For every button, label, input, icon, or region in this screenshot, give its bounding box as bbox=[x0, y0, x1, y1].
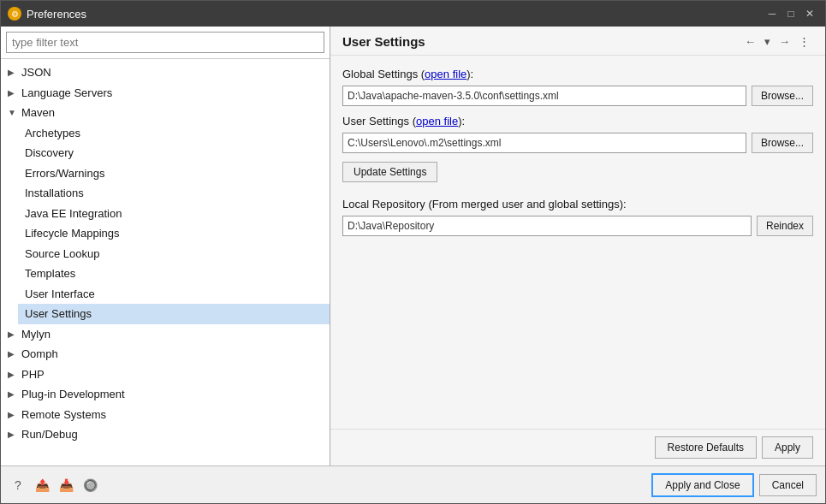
app-icon: ⚙ bbox=[8, 7, 21, 21]
tree-item-source-lookup[interactable]: Source Lookup bbox=[18, 244, 330, 264]
arrow-icon: ▶ bbox=[8, 368, 18, 381]
tree-item-label: Installations bbox=[25, 185, 84, 202]
back-button[interactable]: ← bbox=[741, 33, 759, 50]
filter-box bbox=[1, 27, 330, 59]
maximize-button[interactable]: □ bbox=[782, 5, 799, 22]
bottom-icons: ? 📤 📥 🔘 bbox=[9, 477, 98, 494]
tree-item-mylyn[interactable]: ▶ Mylyn bbox=[1, 324, 330, 345]
tree-item-json[interactable]: ▶ JSON bbox=[1, 62, 330, 83]
local-repo-input[interactable] bbox=[342, 216, 752, 236]
apply-and-close-button[interactable]: Apply and Close bbox=[651, 473, 753, 497]
menu-button[interactable]: ⋮ bbox=[795, 33, 813, 50]
title-bar: ⚙ Preferences ─ □ ✕ bbox=[1, 1, 825, 27]
update-settings-button[interactable]: Update Settings bbox=[342, 162, 437, 182]
tree-item-archetypes[interactable]: Archetypes bbox=[18, 123, 330, 144]
tree-item-installations[interactable]: Installations bbox=[18, 183, 330, 204]
tree-item-label: Oomph bbox=[21, 346, 58, 363]
tree-item-lifecycle-mappings[interactable]: Lifecycle Mappings bbox=[18, 223, 330, 244]
tree-item-label: Templates bbox=[25, 265, 75, 282]
window-title: Preferences bbox=[27, 8, 764, 21]
tree-item-label: Mylyn bbox=[21, 326, 51, 343]
window-controls: ─ □ ✕ bbox=[764, 5, 818, 22]
arrow-icon: ▶ bbox=[8, 388, 18, 400]
user-settings-row: Browse... bbox=[342, 133, 813, 153]
spacer bbox=[342, 245, 813, 296]
tree-item-language-servers[interactable]: ▶ Language Servers bbox=[1, 83, 330, 104]
tree-item-errors-warnings[interactable]: Errors/Warnings bbox=[18, 163, 330, 184]
tree-item-label: Archetypes bbox=[25, 125, 80, 142]
reindex-button[interactable]: Reindex bbox=[757, 216, 813, 236]
tree-item-user-interface[interactable]: User Interface bbox=[18, 284, 330, 305]
bottom-bar: ? 📤 📥 🔘 Apply and Close Cancel bbox=[1, 465, 825, 503]
tree-item-discovery[interactable]: Discovery bbox=[18, 143, 330, 163]
tree-item-label: Remote Systems bbox=[21, 406, 106, 424]
right-content: Global Settings (open file): Browse... U… bbox=[330, 56, 825, 429]
minimize-button[interactable]: ─ bbox=[764, 5, 781, 22]
cancel-button[interactable]: Cancel bbox=[759, 474, 817, 496]
tree-item-label: Errors/Warnings bbox=[25, 165, 104, 182]
tree-item-maven[interactable]: ▼ Maven bbox=[1, 103, 330, 123]
bottom-actions: Apply and Close Cancel bbox=[651, 473, 817, 497]
tree-item-label: Lifecycle Mappings bbox=[25, 225, 120, 242]
main-area: ▶ JSON ▶ Language Servers ▼ Maven Archet… bbox=[1, 27, 825, 465]
header-icons: ← ▾ → ⋮ bbox=[741, 33, 813, 50]
user-settings-link[interactable]: open file bbox=[416, 115, 458, 127]
tree-item-label: Language Servers bbox=[21, 85, 112, 102]
tree-item-label: Maven bbox=[21, 104, 55, 122]
global-settings-browse-button[interactable]: Browse... bbox=[752, 86, 813, 106]
tree-item-oomph[interactable]: ▶ Oomph bbox=[1, 344, 330, 365]
tree-item-templates[interactable]: Templates bbox=[18, 264, 330, 284]
tree-item-java-ee-integration[interactable]: Java EE Integration bbox=[18, 204, 330, 224]
tree-item-user-settings[interactable]: User Settings bbox=[18, 304, 330, 324]
tree-item-label: User Settings bbox=[25, 305, 92, 323]
user-settings-browse-button[interactable]: Browse... bbox=[752, 133, 813, 153]
arrow-icon: ▶ bbox=[8, 428, 18, 441]
tree-item-label: Java EE Integration bbox=[25, 205, 122, 222]
arrow-icon: ▶ bbox=[8, 347, 18, 360]
tree-item-label: JSON bbox=[21, 64, 51, 81]
page-title: User Settings bbox=[342, 34, 425, 49]
preferences-window: ⚙ Preferences ─ □ ✕ ▶ JSON ▶ L bbox=[0, 0, 826, 504]
arrow-icon: ▶ bbox=[8, 86, 18, 99]
user-settings-label: User Settings (open file): bbox=[342, 115, 813, 127]
global-settings-row: Browse... bbox=[342, 86, 813, 106]
tree-item-label: Discovery bbox=[25, 145, 74, 162]
back-dropdown-button[interactable]: ▾ bbox=[761, 33, 774, 50]
maven-children: Archetypes Discovery Errors/Warnings Ins… bbox=[1, 123, 330, 324]
apply-button[interactable]: Apply bbox=[762, 436, 813, 459]
tree-item-label: User Interface bbox=[25, 286, 95, 303]
tree-item-label: Source Lookup bbox=[25, 246, 99, 263]
local-repo-row: Reindex bbox=[342, 216, 813, 236]
close-button[interactable]: ✕ bbox=[801, 5, 818, 22]
right-header: User Settings ← ▾ → ⋮ bbox=[330, 27, 825, 56]
tree-area[interactable]: ▶ JSON ▶ Language Servers ▼ Maven Archet… bbox=[1, 59, 330, 465]
export-button[interactable]: 📤 bbox=[33, 477, 51, 494]
tree-item-remote-systems[interactable]: ▶ Remote Systems bbox=[1, 405, 330, 425]
tree-item-php[interactable]: ▶ PHP bbox=[1, 365, 330, 385]
tree-item-label: PHP bbox=[21, 366, 45, 383]
tree-item-run-debug[interactable]: ▶ Run/Debug bbox=[1, 424, 330, 445]
import-button[interactable]: 📥 bbox=[57, 477, 74, 494]
forward-button[interactable]: → bbox=[775, 33, 793, 50]
arrow-icon: ▶ bbox=[8, 408, 18, 421]
right-panel: User Settings ← ▾ → ⋮ Global Settings (o… bbox=[330, 27, 825, 465]
info-button[interactable]: 🔘 bbox=[81, 477, 98, 494]
tree-item-label: Run/Debug bbox=[21, 426, 78, 443]
arrow-icon: ▶ bbox=[8, 328, 18, 341]
left-panel: ▶ JSON ▶ Language Servers ▼ Maven Archet… bbox=[1, 27, 330, 465]
global-settings-input[interactable] bbox=[342, 86, 746, 106]
tree-item-label: Plug-in Development bbox=[21, 386, 125, 403]
bottom-right-buttons: Restore Defaults Apply bbox=[330, 429, 825, 465]
filter-input[interactable] bbox=[6, 32, 324, 53]
help-button[interactable]: ? bbox=[9, 477, 27, 494]
restore-defaults-button[interactable]: Restore Defaults bbox=[655, 436, 757, 459]
arrow-icon: ▼ bbox=[8, 106, 18, 119]
global-settings-link[interactable]: open file bbox=[425, 68, 466, 80]
user-settings-input[interactable] bbox=[342, 133, 746, 153]
global-settings-label: Global Settings (open file): bbox=[342, 68, 813, 80]
arrow-icon: ▶ bbox=[8, 66, 18, 79]
tree-item-plugin-development[interactable]: ▶ Plug-in Development bbox=[1, 384, 330, 405]
local-repo-label: Local Repository (From merged user and g… bbox=[342, 198, 813, 210]
